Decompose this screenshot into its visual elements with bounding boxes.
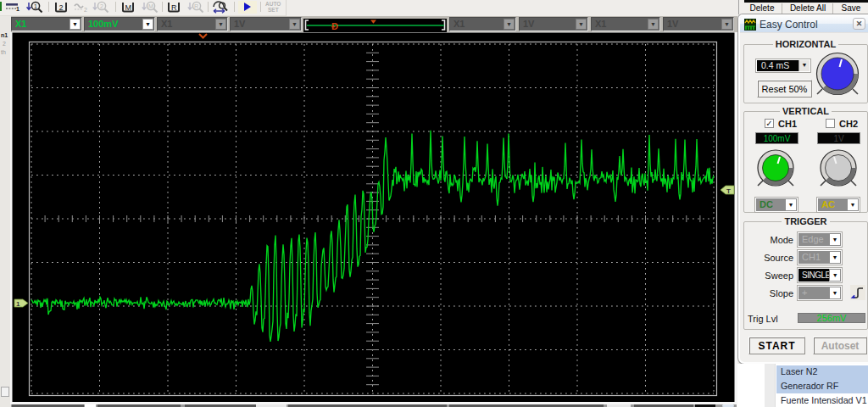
svg-text:T: T — [726, 187, 731, 195]
svg-text:1: 1 — [16, 300, 20, 308]
